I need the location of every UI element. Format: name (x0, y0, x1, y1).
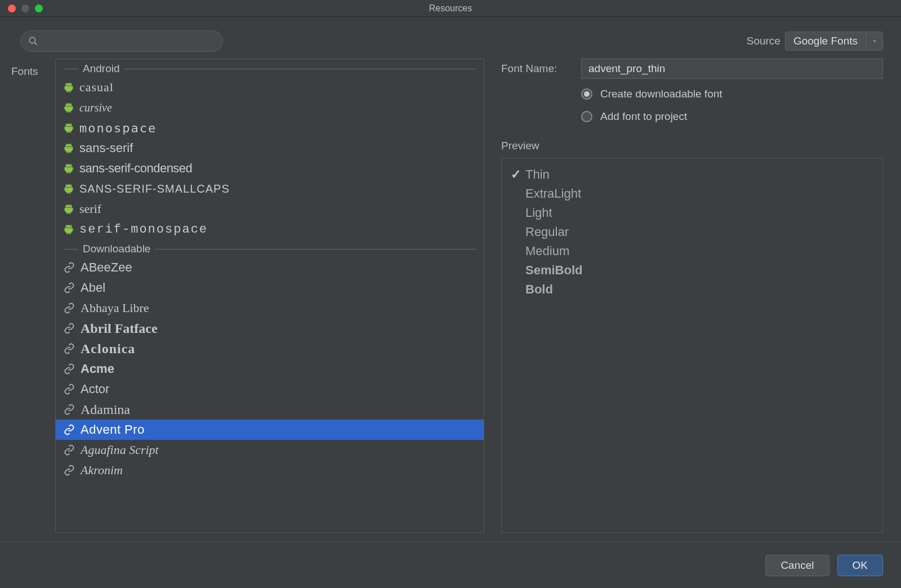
close-icon[interactable] (8, 5, 16, 12)
link-icon (64, 444, 75, 456)
radio-icon (581, 88, 592, 100)
font-name: sans-serif-condensed (79, 161, 192, 176)
source-dropdown[interactable]: Google Fonts (785, 32, 883, 51)
dialog-footer: Cancel OK (0, 542, 901, 588)
group-header-android: Android (56, 59, 484, 77)
zoom-icon[interactable] (35, 5, 43, 12)
font-item[interactable]: serif (56, 199, 484, 219)
android-icon (64, 122, 74, 133)
preview-weight-item[interactable]: Light (511, 203, 873, 222)
preview-weight-item[interactable]: ✓Thin (511, 165, 873, 184)
font-item[interactable]: sans-serif-condensed (56, 158, 484, 179)
source-selected-value: Google Fonts (786, 32, 866, 50)
font-item[interactable]: cursive (56, 97, 484, 118)
font-item[interactable]: sans-serif (56, 138, 484, 158)
details-column: Font Name: Create downloadable font Add … (501, 59, 883, 533)
group-title: Downloadable (83, 243, 150, 255)
font-name: Acme (81, 362, 114, 376)
ok-button[interactable]: OK (837, 555, 883, 576)
font-name: Aguafina Script (81, 443, 159, 457)
font-item[interactable]: Abel (56, 278, 484, 298)
font-name: Abel (81, 280, 105, 295)
link-icon (64, 404, 75, 415)
link-icon (64, 384, 75, 395)
preview-weight-item[interactable]: Regular (511, 222, 873, 242)
font-item[interactable]: Abhaya Libre (56, 298, 484, 318)
font-name: Abril Fatface (81, 321, 158, 336)
font-name: serif (79, 202, 101, 216)
search-field-wrap (20, 30, 223, 52)
font-name-label: Font Name: (501, 63, 574, 75)
preview-weight-item[interactable]: ExtraLight (511, 184, 873, 203)
font-name: Adamina (81, 402, 130, 417)
search-icon (28, 36, 38, 46)
android-icon (64, 183, 74, 194)
preview-panel: ✓ThinExtraLightLightRegularMediumSemiBol… (501, 158, 883, 533)
source-label: Source (747, 35, 780, 47)
android-icon (64, 102, 74, 113)
preview-weight-item[interactable]: SemiBold (511, 261, 873, 280)
cancel-button[interactable]: Cancel (765, 555, 829, 576)
link-icon (64, 302, 75, 314)
preview-weight-label: Bold (525, 282, 553, 297)
fonts-column: Fonts Androidcasualcursivemonospacesans-… (11, 59, 484, 533)
radio-add-to-project[interactable]: Add font to project (581, 110, 883, 123)
font-item[interactable]: SANS-SERIF-SMALLCAPS (56, 179, 484, 199)
radio-create-downloadable[interactable]: Create downloadable font (581, 88, 883, 100)
group-title: Android (83, 63, 120, 75)
font-item[interactable]: Abril Fatface (56, 318, 484, 338)
preview-weight-item[interactable]: Bold (511, 280, 873, 299)
link-icon (64, 262, 75, 273)
title-bar: Resources (0, 0, 901, 17)
link-icon (64, 323, 75, 334)
font-item[interactable]: Actor (56, 379, 484, 399)
link-icon (64, 424, 75, 435)
android-icon (64, 203, 74, 215)
font-name: ABeeZee (81, 260, 132, 275)
check-icon: ✓ (511, 167, 521, 182)
font-name: monospace (79, 121, 157, 135)
font-name: Abhaya Libre (81, 301, 149, 315)
search-input[interactable] (20, 30, 223, 52)
svg-line-1 (35, 43, 37, 45)
font-name: Aclonica (81, 341, 135, 357)
preview-weight-item[interactable]: Medium (511, 242, 873, 261)
font-name: sans-serif (79, 141, 133, 155)
link-icon (64, 465, 75, 476)
dialog-body: Fonts Androidcasualcursivemonospacesans-… (0, 59, 901, 542)
font-name: Advent Pro (81, 422, 145, 437)
link-icon (64, 343, 75, 354)
radio-label: Create downloadable font (600, 88, 722, 100)
font-item[interactable]: Aclonica (56, 338, 484, 359)
font-item[interactable]: Aguafina Script (56, 440, 484, 460)
link-icon (64, 363, 75, 375)
preview-label: Preview (501, 140, 883, 152)
radio-icon (581, 111, 592, 122)
font-name: Actor (81, 382, 109, 397)
android-icon (64, 142, 74, 154)
font-item[interactable]: monospace (56, 118, 484, 138)
font-item[interactable]: serif-monospace (56, 219, 484, 239)
minimize-icon[interactable] (21, 5, 29, 12)
android-icon (64, 224, 74, 235)
font-item[interactable]: Advent Pro (56, 420, 484, 440)
font-item[interactable]: Acme (56, 359, 484, 379)
font-item[interactable]: Akronim (56, 460, 484, 480)
font-list-panel: Androidcasualcursivemonospacesans-serifs… (55, 59, 484, 533)
font-name-row: Font Name: (501, 59, 883, 79)
font-item[interactable]: Adamina (56, 399, 484, 420)
group-header-downloadable: Downloadable (56, 239, 484, 257)
fonts-label: Fonts (11, 59, 47, 533)
svg-point-0 (29, 37, 35, 43)
preview-weight-label: Regular (525, 225, 569, 239)
font-name: serif-monospace (79, 222, 208, 237)
preview-weight-label: SemiBold (525, 263, 582, 278)
toolbar: Source Google Fonts (0, 17, 901, 59)
font-name-input[interactable] (581, 59, 883, 79)
chevron-down-icon (866, 32, 882, 50)
android-icon (64, 163, 74, 174)
font-item[interactable]: casual (56, 77, 484, 97)
font-item[interactable]: ABeeZee (56, 257, 484, 278)
preview-weight-label: Thin (525, 167, 550, 182)
font-name: casual (79, 80, 114, 95)
